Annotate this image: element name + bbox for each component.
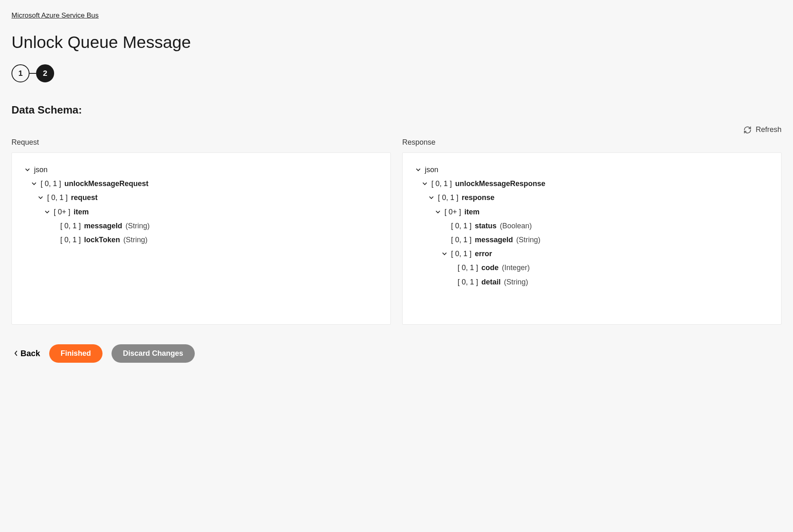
tree-node-unlockMessageResponse[interactable]: [ 0, 1 ] unlockMessageResponse	[415, 177, 769, 191]
cardinality: [ 0, 1 ]	[451, 247, 472, 261]
finished-button[interactable]: Finished	[49, 344, 103, 363]
page-title: Unlock Queue Message	[11, 33, 782, 52]
tree-node-response[interactable]: [ 0, 1 ] response	[415, 191, 769, 205]
tree-label: unlockMessageResponse	[455, 177, 545, 191]
cardinality: [ 0, 1 ]	[451, 233, 472, 247]
tree-type: (String)	[504, 275, 528, 289]
step-1[interactable]: 1	[11, 64, 30, 82]
tree-label: code	[481, 261, 499, 275]
tree-label: request	[71, 191, 98, 205]
tree-node-json[interactable]: json	[24, 163, 378, 177]
refresh-label: Refresh	[756, 125, 782, 134]
tree-label: unlockMessageRequest	[64, 177, 148, 191]
chevron-down-icon	[428, 195, 435, 200]
cardinality: [ 0+ ]	[444, 205, 461, 219]
cardinality: [ 0, 1 ]	[458, 275, 478, 289]
cardinality: [ 0, 1 ]	[60, 219, 81, 233]
tree-node-item[interactable]: [ 0+ ] item	[415, 205, 769, 219]
response-column-title: Response	[402, 138, 782, 147]
tree-label: response	[462, 191, 494, 205]
tree-label: messageId	[84, 219, 122, 233]
discard-changes-button[interactable]: Discard Changes	[112, 344, 195, 363]
tree-label: status	[475, 219, 497, 233]
tree-label: json	[425, 163, 438, 177]
chevron-down-icon	[422, 181, 428, 186]
chevron-down-icon	[441, 251, 448, 257]
tree-leaf-messageId[interactable]: [ 0, 1 ] messageId (String)	[24, 219, 378, 233]
step-connector	[30, 73, 36, 74]
step-2[interactable]: 2	[36, 64, 54, 82]
refresh-button[interactable]: Refresh	[743, 125, 782, 134]
cardinality: [ 0+ ]	[54, 205, 71, 219]
chevron-down-icon	[24, 167, 31, 173]
tree-leaf-status[interactable]: [ 0, 1 ] status (Boolean)	[415, 219, 769, 233]
tree-leaf-messageId[interactable]: [ 0, 1 ] messageId (String)	[415, 233, 769, 247]
tree-type: (Integer)	[502, 261, 530, 275]
chevron-down-icon	[415, 167, 422, 173]
breadcrumb-link[interactable]: Microsoft Azure Service Bus	[11, 11, 99, 19]
request-column-title: Request	[11, 138, 391, 147]
back-label: Back	[21, 349, 40, 358]
chevron-down-icon	[44, 209, 50, 215]
tree-label: item	[465, 205, 480, 219]
stepper: 1 2	[11, 64, 782, 82]
tree-label: lockToken	[84, 233, 120, 247]
back-button[interactable]: Back	[14, 349, 40, 358]
tree-label: json	[34, 163, 48, 177]
response-panel: json [ 0, 1 ] unlockMessageResponse [ 0,…	[402, 152, 782, 325]
tree-node-unlockMessageRequest[interactable]: [ 0, 1 ] unlockMessageRequest	[24, 177, 378, 191]
tree-node-item[interactable]: [ 0+ ] item	[24, 205, 378, 219]
chevron-down-icon	[37, 195, 44, 200]
tree-label: error	[475, 247, 492, 261]
tree-node-json[interactable]: json	[415, 163, 769, 177]
tree-label: item	[74, 205, 89, 219]
chevron-down-icon	[31, 181, 37, 186]
tree-type: (Boolean)	[500, 219, 532, 233]
tree-leaf-lockToken[interactable]: [ 0, 1 ] lockToken (String)	[24, 233, 378, 247]
section-title: Data Schema:	[11, 104, 782, 116]
chevron-down-icon	[435, 209, 441, 215]
cardinality: [ 0, 1 ]	[451, 219, 472, 233]
chevron-left-icon	[14, 349, 18, 358]
tree-label: detail	[481, 275, 501, 289]
request-panel: json [ 0, 1 ] unlockMessageRequest [ 0, …	[11, 152, 391, 325]
cardinality: [ 0, 1 ]	[47, 191, 68, 205]
tree-type: (String)	[516, 233, 540, 247]
cardinality: [ 0, 1 ]	[458, 261, 478, 275]
tree-node-request[interactable]: [ 0, 1 ] request	[24, 191, 378, 205]
cardinality: [ 0, 1 ]	[41, 177, 61, 191]
tree-label: messageId	[475, 233, 513, 247]
tree-node-error[interactable]: [ 0, 1 ] error	[415, 247, 769, 261]
cardinality: [ 0, 1 ]	[431, 177, 452, 191]
cardinality: [ 0, 1 ]	[60, 233, 81, 247]
tree-type: (String)	[123, 233, 148, 247]
tree-type: (String)	[125, 219, 150, 233]
tree-leaf-detail[interactable]: [ 0, 1 ] detail (String)	[415, 275, 769, 289]
refresh-icon	[743, 126, 752, 134]
cardinality: [ 0, 1 ]	[438, 191, 458, 205]
tree-leaf-code[interactable]: [ 0, 1 ] code (Integer)	[415, 261, 769, 275]
